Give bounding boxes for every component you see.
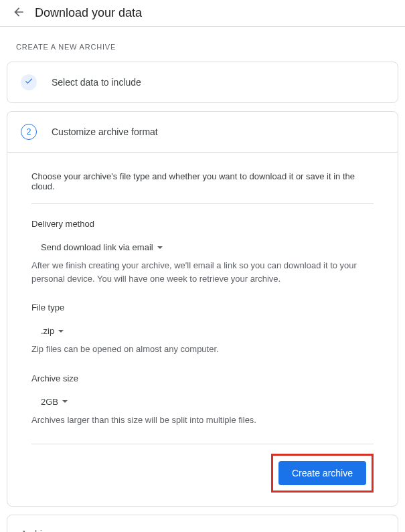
- step1-check-badge: [21, 74, 37, 90]
- check-icon: [24, 76, 33, 88]
- filetype-label: File type: [31, 302, 374, 313]
- delivery-group: Delivery method Send download link via e…: [31, 219, 374, 285]
- step2-card: 2 Customize archive format Choose your a…: [7, 111, 398, 507]
- header: Download your data: [0, 0, 405, 27]
- content: CREATE A NEW ARCHIVE Select data to incl…: [0, 27, 405, 532]
- step2-number: 2: [27, 127, 31, 137]
- archivesize-group: Archive size 2GB Archives larger than th…: [31, 373, 374, 427]
- step2-header: 2 Customize archive format: [7, 112, 398, 152]
- caret-down-icon: [157, 246, 163, 249]
- archivesize-help: Archives larger than this size will be s…: [31, 414, 374, 427]
- arrow-left-icon: [12, 5, 25, 21]
- page-title: Download your data: [35, 6, 142, 20]
- delivery-help: After we finish creating your archive, w…: [31, 259, 374, 285]
- step1-card[interactable]: Select data to include: [7, 62, 398, 103]
- archivesize-label: Archive size: [31, 373, 374, 383]
- filetype-group: File type .zip Zip files can be opened o…: [31, 302, 374, 356]
- delivery-label: Delivery method: [31, 219, 374, 229]
- archivesize-dropdown[interactable]: 2GB: [31, 397, 68, 407]
- delivery-dropdown[interactable]: Send download link via email: [31, 242, 163, 252]
- step2-number-badge: 2: [21, 124, 37, 140]
- caret-down-icon: [62, 400, 68, 403]
- step1-title: Select data to include: [52, 77, 141, 88]
- highlight-annotation: Create archive: [271, 454, 374, 493]
- action-row: Create archive: [31, 454, 374, 493]
- caret-down-icon: [58, 330, 64, 333]
- step1-header: Select data to include: [7, 62, 398, 102]
- filetype-selected: .zip: [41, 326, 54, 336]
- delivery-selected: Send download link via email: [41, 242, 153, 252]
- divider: [31, 444, 374, 444]
- step2-title: Customize archive format: [52, 126, 158, 137]
- step2-intro: Choose your archive's file type and whet…: [31, 171, 374, 191]
- divider: [31, 203, 374, 204]
- filetype-help: Zip files can be opened on almost any co…: [31, 343, 374, 356]
- step3-card[interactable]: Archive progress: [7, 515, 398, 532]
- create-archive-button[interactable]: Create archive: [278, 461, 366, 485]
- filetype-dropdown[interactable]: .zip: [31, 326, 64, 336]
- step3-title: Archive progress: [21, 529, 384, 532]
- back-arrow-button[interactable]: [11, 5, 27, 21]
- section-label: CREATE A NEW ARCHIVE: [16, 43, 398, 51]
- step2-body: Choose your archive's file type and whet…: [7, 152, 398, 506]
- archivesize-selected: 2GB: [41, 397, 58, 407]
